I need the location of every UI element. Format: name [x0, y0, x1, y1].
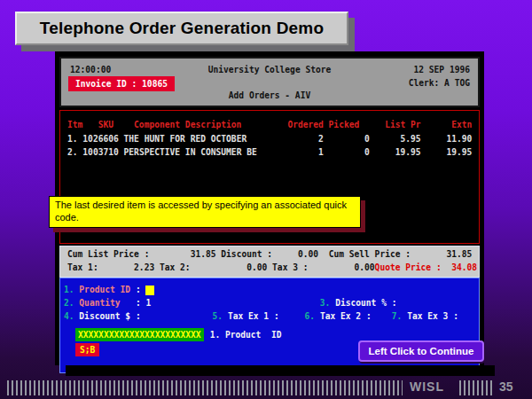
- text-segment: 34.08: [451, 262, 477, 272]
- text-segment: Discount $: [79, 311, 130, 321]
- page-number: 35: [499, 379, 513, 394]
- text-segment: THE HUNT FOR RED OCTOBER: [124, 134, 247, 144]
- text-segment: 2.23: [134, 262, 154, 272]
- clerk-name: Clerk: A TOG: [409, 78, 470, 88]
- text-segment: 5.95: [401, 134, 421, 144]
- text-segment: PERSPECTIVE IN CONSUMER BE: [124, 147, 257, 157]
- status-code-badge: S;B: [75, 343, 99, 356]
- text-segment: Ordered: [287, 120, 323, 129]
- text-segment: 31.85: [447, 249, 473, 259]
- text-segment: :: [392, 298, 397, 308]
- text-segment: Tax 1:: [67, 262, 98, 272]
- text-segment: Cum Sell Price :: [329, 249, 411, 259]
- text-segment: Itm: [67, 120, 82, 129]
- text-segment: 2.: [64, 298, 74, 308]
- form-line-2: 2. Quantity : 1 3. Discount % :: [60, 296, 479, 309]
- text-segment: :: [366, 311, 372, 321]
- order-row-2: 2. 1003710 PERSPECTIVE IN CONSUMER BE 1 …: [60, 145, 479, 160]
- text-segment: 1003710: [82, 147, 118, 157]
- text-segment: 1: [318, 147, 324, 157]
- totals-line-1: Cum List Price : 31.85 Discount : 0.00 C…: [60, 248, 479, 262]
- text-segment: Discount :: [221, 249, 272, 259]
- slide-title-box: Telephone Order Generation Demo: [15, 12, 348, 45]
- text-segment: 5.: [213, 311, 223, 321]
- continue-button[interactable]: Left Click to Continue: [358, 340, 484, 362]
- text-segment: 3.: [320, 298, 331, 308]
- footer-barcode-right: [459, 380, 492, 395]
- text-segment: Tax 2:: [160, 262, 191, 272]
- text-segment: Picked: [329, 120, 360, 129]
- text-segment: 1026606: [82, 134, 118, 144]
- text-segment: 31.85: [191, 249, 216, 259]
- text-segment: 7.: [392, 311, 403, 321]
- text-segment: Discount %: [335, 298, 387, 308]
- text-segment: SKU: [98, 120, 113, 129]
- text-segment: Cum List Price :: [67, 249, 149, 259]
- text-segment: 1.: [64, 285, 74, 294]
- form-line-1: 1. Product ID :: [60, 283, 479, 296]
- text-segment: Product ID: [79, 285, 130, 294]
- slide: Telephone Order Generation Demo 12:00:00…: [0, 0, 532, 399]
- product-input-label: 1. Product ID: [210, 330, 282, 340]
- text-segment: 2.: [67, 147, 78, 157]
- text-segment: 1: [145, 298, 151, 308]
- text-segment: Quantity: [79, 298, 120, 308]
- invoice-badge: Invoice ID : 10865: [68, 76, 175, 91]
- text-segment: 4.: [64, 311, 74, 321]
- terminal-header: 12:00:00 University College Store 12 SEP…: [59, 57, 480, 107]
- text-segment: 6.: [305, 311, 316, 321]
- order-row-1: 1. 1026606 THE HUNT FOR RED OCTOBER 2 0 …: [60, 132, 479, 146]
- table-header-row: Itm SKU Component Description Ordered Pi…: [60, 118, 479, 132]
- text-segment: Tax Ex 2: [320, 311, 361, 321]
- text-segment: Tax 3 :: [272, 262, 308, 272]
- callout-note: The last desired item is accessed by spe…: [49, 196, 361, 228]
- text-segment: 0: [364, 134, 370, 144]
- text-segment: Quote Price :: [375, 262, 442, 272]
- totals-line-2: Tax 1: 2.23 Tax 2: 0.00 Tax 3 : 0.00Quot…: [60, 262, 479, 275]
- text-segment: 0.00: [355, 262, 375, 272]
- text-segment: 19.95: [447, 147, 473, 157]
- text-segment: 0.00: [246, 262, 267, 272]
- form-line-3: 4. Discount $ : 5. Tax Ex 1 : 6. Tax Ex …: [60, 309, 479, 323]
- text-segment: :: [274, 311, 279, 321]
- text-segment: 2: [318, 134, 324, 144]
- text-segment: :: [136, 298, 141, 308]
- text-cursor[interactable]: [145, 286, 154, 295]
- totals-panel: Cum List Price : 31.85 Discount : 0.00 C…: [59, 246, 480, 278]
- mode-text: Add Orders - AIV: [61, 90, 478, 100]
- slide-title: Telephone Order Generation Demo: [40, 19, 324, 38]
- text-segment: 0: [364, 147, 370, 157]
- order-date: 12 SEP 1996: [413, 65, 470, 74]
- text-segment: Extn: [451, 120, 472, 129]
- text-segment: :: [453, 311, 458, 321]
- text-segment: 1.: [67, 134, 78, 144]
- text-segment: :: [136, 311, 141, 321]
- text-segment: 0.00: [298, 249, 318, 259]
- text-segment: :: [136, 285, 141, 294]
- text-segment: Component Description: [134, 120, 241, 129]
- text-segment: 11.90: [447, 134, 473, 144]
- text-segment: 19.95: [395, 147, 421, 157]
- footer-brand: WISL: [410, 379, 444, 394]
- product-input-mask[interactable]: XXXXXXXXXXXXXXXXXXXXXXXX: [75, 328, 204, 341]
- footer-barcode-left: [7, 380, 403, 395]
- text-segment: Tax Ex 3: [407, 311, 448, 321]
- product-input-row: XXXXXXXXXXXXXXXXXXXXXXXX 1. Product ID: [75, 328, 282, 341]
- text-segment: List Pr: [385, 120, 420, 129]
- text-segment: Tax Ex 1: [228, 311, 269, 321]
